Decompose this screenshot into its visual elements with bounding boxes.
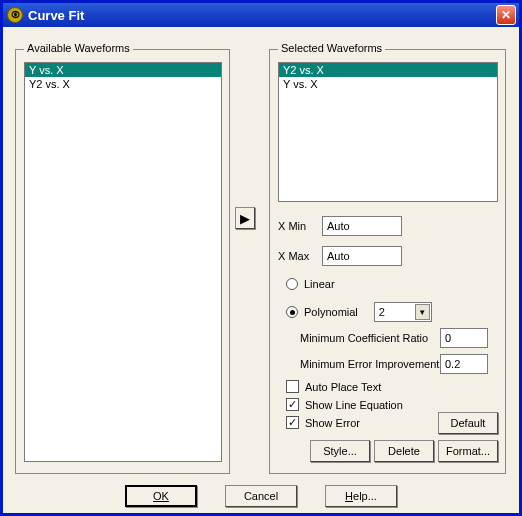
checkbox-icon (286, 380, 299, 393)
help-button[interactable]: Help... (325, 485, 397, 507)
radio-icon (286, 278, 298, 290)
radio-icon (286, 306, 298, 318)
available-waveforms-list[interactable]: Y vs. X Y2 vs. X (24, 62, 222, 462)
xmax-label: X Max (278, 250, 322, 262)
auto-place-checkbox[interactable]: Auto Place Text (286, 380, 381, 393)
available-waveforms-group: Available Waveforms Y vs. X Y2 vs. X (15, 49, 230, 474)
show-eq-checkbox[interactable]: ✓ Show Line Equation (286, 398, 403, 411)
fit-polynomial-label: Polynomial (304, 306, 358, 318)
min-err-label: Minimum Error Improvement (300, 358, 440, 370)
checkbox-icon: ✓ (286, 398, 299, 411)
min-coef-label: Minimum Coefficient Ratio (300, 332, 440, 344)
arrow-right-icon: ▶ (240, 211, 250, 226)
xmin-label: X Min (278, 220, 322, 232)
selected-waveforms-list[interactable]: Y2 vs. X Y vs. X (278, 62, 498, 202)
fit-polynomial-radio[interactable]: Polynomial 2 ▼ (286, 302, 432, 322)
min-coef-input[interactable] (440, 328, 488, 348)
delete-button[interactable]: Delete (374, 440, 434, 462)
list-item[interactable]: Y2 vs. X (25, 77, 221, 91)
available-waveforms-label: Available Waveforms (24, 42, 133, 54)
checkbox-icon: ✓ (286, 416, 299, 429)
list-item[interactable]: Y vs. X (25, 63, 221, 77)
titlebar: ⦿ Curve Fit ✕ (3, 3, 519, 27)
list-item[interactable]: Y2 vs. X (279, 63, 497, 77)
selected-waveforms-group: Selected Waveforms Y2 vs. X Y vs. X X Mi… (269, 49, 506, 474)
show-err-checkbox[interactable]: ✓ Show Error (286, 416, 360, 429)
show-err-label: Show Error (305, 417, 360, 429)
format-button[interactable]: Format... (438, 440, 498, 462)
cancel-button[interactable]: Cancel (225, 485, 297, 507)
dialog-content: Available Waveforms Y vs. X Y2 vs. X ▶ S… (3, 27, 519, 513)
xmin-input[interactable] (322, 216, 402, 236)
chevron-down-icon: ▼ (415, 304, 430, 320)
default-button[interactable]: Default (438, 412, 498, 434)
app-icon: ⦿ (7, 7, 23, 23)
close-icon[interactable]: ✕ (496, 5, 516, 25)
move-right-button[interactable]: ▶ (235, 207, 255, 229)
curve-fit-dialog: ⦿ Curve Fit ✕ Available Waveforms Y vs. … (0, 0, 522, 516)
selected-waveforms-label: Selected Waveforms (278, 42, 385, 54)
auto-place-label: Auto Place Text (305, 381, 381, 393)
poly-order-select[interactable]: 2 ▼ (374, 302, 432, 322)
list-item[interactable]: Y vs. X (279, 77, 497, 91)
xmax-input[interactable] (322, 246, 402, 266)
style-button[interactable]: Style... (310, 440, 370, 462)
ok-button[interactable]: OK (125, 485, 197, 507)
show-eq-label: Show Line Equation (305, 399, 403, 411)
fit-linear-label: Linear (304, 278, 335, 290)
window-title: Curve Fit (28, 8, 496, 23)
poly-order-value: 2 (375, 306, 385, 318)
min-err-input[interactable] (440, 354, 488, 374)
fit-linear-radio[interactable]: Linear (286, 278, 335, 290)
dialog-buttons: OK Cancel Help... (3, 485, 519, 507)
